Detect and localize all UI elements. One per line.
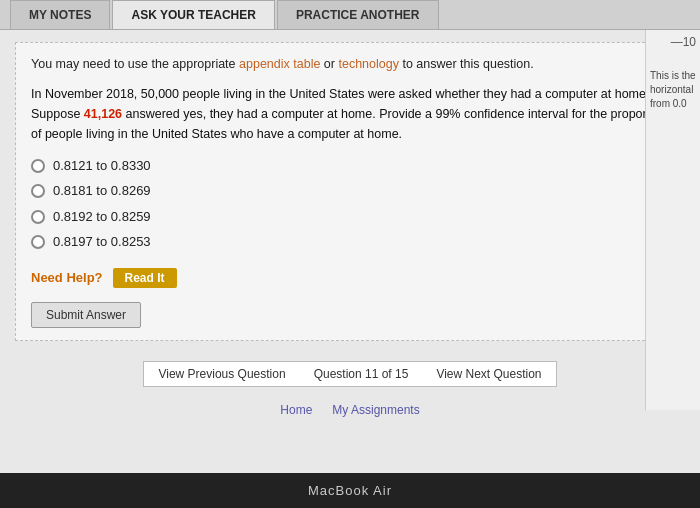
option-row-1[interactable]: 0.8121 to 0.8330 (31, 156, 669, 176)
tab-bar: MY NOTES ASK YOUR TEACHER PRACTICE ANOTH… (0, 0, 700, 30)
radio-2[interactable] (31, 184, 45, 198)
options-area: 0.8121 to 0.8330 0.8181 to 0.8269 0.8192… (31, 156, 669, 252)
radio-3[interactable] (31, 210, 45, 224)
body-highlight: 41,126 (84, 107, 122, 121)
option-row-4[interactable]: 0.8197 to 0.8253 (31, 232, 669, 252)
prev-question-button[interactable]: View Previous Question (143, 361, 299, 387)
read-it-button[interactable]: Read It (113, 268, 177, 288)
question-counter: Question 11 of 15 (300, 361, 423, 387)
macbook-label: MacBook Air (308, 483, 392, 498)
submit-button[interactable]: Submit Answer (31, 302, 141, 328)
bottom-nav: View Previous Question Question 11 of 15… (0, 349, 700, 395)
radio-4[interactable] (31, 235, 45, 249)
instruction-or: or (324, 57, 339, 71)
side-panel-description: This is the horizontal from 0.0 (650, 69, 696, 111)
submit-area: Submit Answer (31, 302, 669, 328)
need-help-row: Need Help? Read It (31, 268, 669, 288)
question-box: You may need to use the appropriate appe… (15, 42, 685, 341)
next-question-button[interactable]: View Next Question (422, 361, 556, 387)
instruction-text: You may need to use the appropriate (31, 57, 236, 71)
tech-link[interactable]: technology (338, 57, 398, 71)
assignments-link[interactable]: My Assignments (332, 403, 419, 417)
appendix-link[interactable]: appendix table (239, 57, 320, 71)
tab-ask-teacher[interactable]: ASK YOUR TEACHER (112, 0, 274, 29)
side-panel: —10 This is the horizontal from 0.0 (645, 30, 700, 410)
footer-links: Home My Assignments (0, 395, 700, 423)
body-part2: answered yes, they had a computer at hom… (31, 107, 667, 141)
side-panel-minus: —10 (650, 35, 696, 49)
option-row-2[interactable]: 0.8181 to 0.8269 (31, 181, 669, 201)
home-link[interactable]: Home (280, 403, 312, 417)
question-text: In November 2018, 50,000 people living i… (31, 84, 669, 144)
tab-my-notes[interactable]: MY NOTES (10, 0, 110, 29)
tab-practice[interactable]: PRACTICE ANOTHER (277, 0, 439, 29)
option-label-3: 0.8192 to 0.8259 (53, 207, 151, 227)
instruction-line: You may need to use the appropriate appe… (31, 55, 669, 74)
instruction-end: to answer this question. (402, 57, 533, 71)
macbook-bar: MacBook Air (0, 473, 700, 508)
need-help-label: Need Help? (31, 268, 103, 288)
option-label-1: 0.8121 to 0.8330 (53, 156, 151, 176)
content-area: You may need to use the appropriate appe… (0, 30, 700, 473)
option-label-4: 0.8197 to 0.8253 (53, 232, 151, 252)
option-row-3[interactable]: 0.8192 to 0.8259 (31, 207, 669, 227)
radio-1[interactable] (31, 159, 45, 173)
option-label-2: 0.8181 to 0.8269 (53, 181, 151, 201)
